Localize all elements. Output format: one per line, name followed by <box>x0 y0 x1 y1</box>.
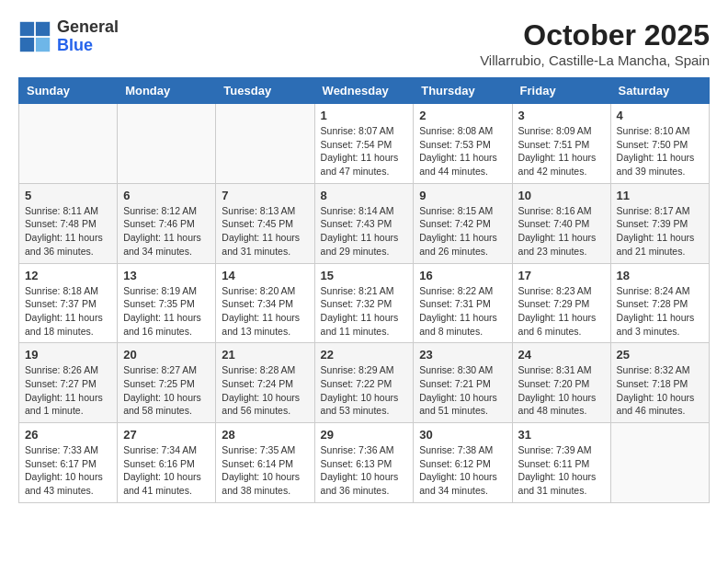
calendar-day-cell: 24Sunrise: 8:31 AM Sunset: 7:20 PM Dayli… <box>512 343 610 423</box>
weekday-header-thursday: Thursday <box>414 78 512 104</box>
calendar-week-row: 1Sunrise: 8:07 AM Sunset: 7:54 PM Daylig… <box>19 104 710 184</box>
day-info: Sunrise: 8:23 AM Sunset: 7:29 PM Dayligh… <box>518 284 605 339</box>
calendar-day-cell: 12Sunrise: 8:18 AM Sunset: 7:37 PM Dayli… <box>19 263 118 343</box>
calendar-day-cell: 19Sunrise: 8:26 AM Sunset: 7:27 PM Dayli… <box>19 343 118 423</box>
svg-rect-4 <box>36 38 50 52</box>
day-number: 6 <box>123 189 210 202</box>
location: Villarrubio, Castille-La Mancha, Spain <box>480 52 710 68</box>
calendar-day-cell <box>118 104 216 184</box>
calendar-week-row: 12Sunrise: 8:18 AM Sunset: 7:37 PM Dayli… <box>19 263 710 343</box>
day-number: 25 <box>617 348 703 362</box>
day-info: Sunrise: 8:24 AM Sunset: 7:28 PM Dayligh… <box>617 284 703 339</box>
day-info: Sunrise: 8:11 AM Sunset: 7:48 PM Dayligh… <box>25 204 111 259</box>
calendar-day-cell: 29Sunrise: 7:36 AM Sunset: 6:13 PM Dayli… <box>314 423 414 503</box>
calendar-day-cell: 3Sunrise: 8:09 AM Sunset: 7:51 PM Daylig… <box>512 104 610 184</box>
day-number: 13 <box>123 269 210 282</box>
calendar-week-row: 19Sunrise: 8:26 AM Sunset: 7:27 PM Dayli… <box>19 343 710 423</box>
day-info: Sunrise: 8:14 AM Sunset: 7:43 PM Dayligh… <box>321 204 408 259</box>
weekday-header-friday: Friday <box>512 78 610 104</box>
calendar-day-cell: 15Sunrise: 8:21 AM Sunset: 7:32 PM Dayli… <box>314 263 414 343</box>
day-number: 17 <box>518 269 605 282</box>
day-info: Sunrise: 8:21 AM Sunset: 7:32 PM Dayligh… <box>321 284 408 339</box>
day-number: 27 <box>123 428 210 442</box>
day-number: 12 <box>25 269 111 282</box>
day-number: 7 <box>222 189 308 202</box>
day-info: Sunrise: 8:27 AM Sunset: 7:25 PM Dayligh… <box>123 363 210 418</box>
calendar-day-cell: 8Sunrise: 8:14 AM Sunset: 7:43 PM Daylig… <box>314 183 414 263</box>
calendar-day-cell: 23Sunrise: 8:30 AM Sunset: 7:21 PM Dayli… <box>414 343 512 423</box>
day-info: Sunrise: 7:33 AM Sunset: 6:17 PM Dayligh… <box>25 443 111 498</box>
calendar-table: SundayMondayTuesdayWednesdayThursdayFrid… <box>18 77 710 503</box>
logo: General Blue <box>18 18 119 55</box>
day-info: Sunrise: 8:18 AM Sunset: 7:37 PM Dayligh… <box>25 284 111 339</box>
calendar-day-cell: 30Sunrise: 7:38 AM Sunset: 6:12 PM Dayli… <box>414 423 512 503</box>
day-number: 5 <box>25 189 111 202</box>
day-number: 16 <box>419 269 506 282</box>
day-info: Sunrise: 8:10 AM Sunset: 7:50 PM Dayligh… <box>617 124 703 178</box>
weekday-header-sunday: Sunday <box>19 78 118 104</box>
day-info: Sunrise: 8:20 AM Sunset: 7:34 PM Dayligh… <box>222 284 308 339</box>
day-number: 26 <box>25 428 111 442</box>
day-info: Sunrise: 7:36 AM Sunset: 6:13 PM Dayligh… <box>321 443 408 498</box>
svg-rect-3 <box>20 38 34 52</box>
calendar-day-cell: 2Sunrise: 8:08 AM Sunset: 7:53 PM Daylig… <box>414 104 512 184</box>
day-number: 2 <box>419 109 506 122</box>
calendar-day-cell: 26Sunrise: 7:33 AM Sunset: 6:17 PM Dayli… <box>19 423 118 503</box>
calendar-day-cell: 18Sunrise: 8:24 AM Sunset: 7:28 PM Dayli… <box>610 263 709 343</box>
calendar-day-cell: 31Sunrise: 7:39 AM Sunset: 6:11 PM Dayli… <box>512 423 610 503</box>
calendar-day-cell <box>610 423 709 503</box>
day-number: 21 <box>222 348 308 362</box>
day-number: 19 <box>25 348 111 362</box>
day-number: 9 <box>419 189 506 202</box>
calendar-day-cell: 13Sunrise: 8:19 AM Sunset: 7:35 PM Dayli… <box>118 263 216 343</box>
day-info: Sunrise: 8:16 AM Sunset: 7:40 PM Dayligh… <box>518 204 605 259</box>
day-info: Sunrise: 8:15 AM Sunset: 7:42 PM Dayligh… <box>419 204 506 259</box>
weekday-header-row: SundayMondayTuesdayWednesdayThursdayFrid… <box>19 78 710 104</box>
logo-icon <box>18 20 51 53</box>
day-info: Sunrise: 8:22 AM Sunset: 7:31 PM Dayligh… <box>419 284 506 339</box>
calendar-day-cell: 4Sunrise: 8:10 AM Sunset: 7:50 PM Daylig… <box>610 104 709 184</box>
day-number: 14 <box>222 269 308 282</box>
day-number: 10 <box>518 189 605 202</box>
calendar-day-cell: 28Sunrise: 7:35 AM Sunset: 6:14 PM Dayli… <box>216 423 314 503</box>
calendar-day-cell: 22Sunrise: 8:29 AM Sunset: 7:22 PM Dayli… <box>314 343 414 423</box>
weekday-header-tuesday: Tuesday <box>216 78 314 104</box>
day-info: Sunrise: 8:09 AM Sunset: 7:51 PM Dayligh… <box>518 124 605 178</box>
day-info: Sunrise: 8:31 AM Sunset: 7:20 PM Dayligh… <box>518 363 605 418</box>
day-info: Sunrise: 7:35 AM Sunset: 6:14 PM Dayligh… <box>222 443 308 498</box>
day-info: Sunrise: 8:12 AM Sunset: 7:46 PM Dayligh… <box>123 204 210 259</box>
day-number: 29 <box>321 428 408 442</box>
day-number: 3 <box>518 109 605 122</box>
day-info: Sunrise: 8:30 AM Sunset: 7:21 PM Dayligh… <box>419 363 506 418</box>
logo-text: General Blue <box>57 18 119 55</box>
day-info: Sunrise: 8:17 AM Sunset: 7:39 PM Dayligh… <box>617 204 703 259</box>
day-info: Sunrise: 8:07 AM Sunset: 7:54 PM Dayligh… <box>321 124 408 178</box>
calendar-day-cell: 21Sunrise: 8:28 AM Sunset: 7:24 PM Dayli… <box>216 343 314 423</box>
day-number: 31 <box>518 428 605 442</box>
day-info: Sunrise: 7:39 AM Sunset: 6:11 PM Dayligh… <box>518 443 605 498</box>
calendar-day-cell: 7Sunrise: 8:13 AM Sunset: 7:45 PM Daylig… <box>216 183 314 263</box>
calendar-day-cell: 20Sunrise: 8:27 AM Sunset: 7:25 PM Dayli… <box>118 343 216 423</box>
day-number: 18 <box>617 269 703 282</box>
day-info: Sunrise: 8:13 AM Sunset: 7:45 PM Dayligh… <box>222 204 308 259</box>
weekday-header-saturday: Saturday <box>610 78 709 104</box>
calendar-day-cell <box>19 104 118 184</box>
day-number: 20 <box>123 348 210 362</box>
day-number: 1 <box>321 109 408 122</box>
day-info: Sunrise: 8:28 AM Sunset: 7:24 PM Dayligh… <box>222 363 308 418</box>
calendar-day-cell: 9Sunrise: 8:15 AM Sunset: 7:42 PM Daylig… <box>414 183 512 263</box>
day-number: 8 <box>321 189 408 202</box>
calendar-day-cell: 25Sunrise: 8:32 AM Sunset: 7:18 PM Dayli… <box>610 343 709 423</box>
day-info: Sunrise: 8:29 AM Sunset: 7:22 PM Dayligh… <box>321 363 408 418</box>
calendar-day-cell: 16Sunrise: 8:22 AM Sunset: 7:31 PM Dayli… <box>414 263 512 343</box>
day-number: 28 <box>222 428 308 442</box>
day-number: 24 <box>518 348 605 362</box>
day-number: 22 <box>321 348 408 362</box>
calendar-day-cell: 14Sunrise: 8:20 AM Sunset: 7:34 PM Dayli… <box>216 263 314 343</box>
calendar-day-cell <box>216 104 314 184</box>
month-year: October 2025 <box>480 18 710 52</box>
logo-general: General <box>57 18 119 37</box>
calendar-week-row: 26Sunrise: 7:33 AM Sunset: 6:17 PM Dayli… <box>19 423 710 503</box>
day-info: Sunrise: 7:34 AM Sunset: 6:16 PM Dayligh… <box>123 443 210 498</box>
calendar-day-cell: 10Sunrise: 8:16 AM Sunset: 7:40 PM Dayli… <box>512 183 610 263</box>
